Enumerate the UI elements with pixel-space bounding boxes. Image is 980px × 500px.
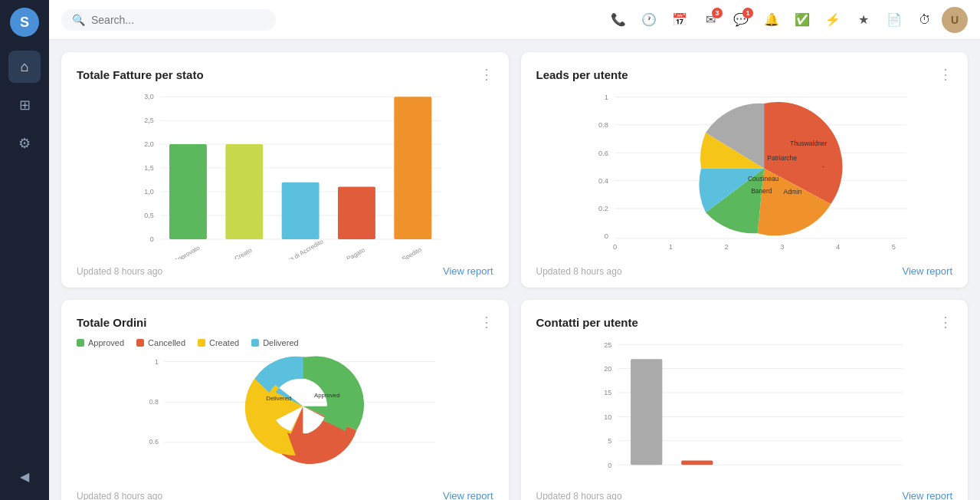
lightning-icon-btn[interactable]: ⚡ [819, 6, 847, 34]
widget-ordini: Totale Ordini ⋮ Approved Cancelled Creat… [61, 300, 509, 500]
timer-icon: ⏱ [919, 13, 931, 27]
widget-contatti-view-report[interactable]: View report [902, 490, 952, 500]
widget-leads-footer: Updated 8 hours ago View report [536, 265, 953, 277]
legend-approved-label: Approved [88, 338, 124, 347]
phone-icon: 📞 [611, 12, 626, 27]
svg-rect-18 [282, 183, 320, 239]
svg-text:Cousineau: Cousineau [747, 175, 778, 183]
legend-created-label: Created [209, 338, 239, 347]
sidebar-collapse-button[interactable]: ◀ [8, 460, 41, 492]
widget-fatture-view-report[interactable]: View report [443, 265, 493, 277]
user-avatar[interactable]: U [942, 7, 968, 33]
svg-text:25: 25 [604, 341, 611, 349]
svg-rect-16 [225, 144, 263, 239]
widget-ordini-updated: Updated 8 hours ago [77, 491, 162, 501]
widget-fatture-updated: Updated 8 hours ago [77, 266, 162, 277]
legend-created-dot [198, 339, 205, 347]
history-icon: 🕐 [641, 12, 657, 27]
widget-ordini-footer: Updated 8 hours ago View report [77, 490, 493, 500]
topbar: 🔍 📞 🕐 📅 ✉ 3 💬 1 🔔 [49, 0, 980, 40]
svg-text:Spedito: Spedito [401, 246, 423, 259]
legend-cancelled: Cancelled [136, 338, 185, 347]
star-icon-btn[interactable]: ★ [850, 6, 877, 34]
svg-text:Patriarche: Patriarche [767, 154, 797, 162]
svg-text:0.6: 0.6 [149, 438, 159, 446]
svg-text:20: 20 [604, 365, 611, 373]
search-icon: 🔍 [72, 14, 85, 26]
widget-fatture-chart: 3,0 2,5 2,0 1,5 1,0 0,5 0 Approvato Crea… [77, 90, 493, 259]
search-box[interactable]: 🔍 [61, 9, 276, 31]
widget-contatti-header: Contatti per utente ⋮ [536, 314, 953, 331]
svg-text:1,0: 1,0 [144, 188, 153, 196]
chat-badge: 1 [742, 8, 753, 18]
widget-leads-chart: 1 0.8 0.6 0.4 0.2 0 0 1 2 3 4 5 [536, 90, 953, 259]
todo-icon: ✅ [795, 12, 810, 27]
phone-icon-btn[interactable]: 📞 [605, 6, 632, 34]
svg-text:5: 5 [891, 243, 895, 251]
svg-text:-: - [822, 163, 824, 170]
widget-contatti-updated: Updated 8 hours ago [536, 491, 622, 501]
sidebar-item-grid[interactable]: ⊞ [8, 89, 41, 121]
svg-text:0.2: 0.2 [598, 205, 608, 212]
mail-icon-btn[interactable]: ✉ 3 [696, 6, 724, 34]
svg-text:0.6: 0.6 [598, 150, 608, 157]
svg-text:2: 2 [724, 243, 728, 251]
todo-icon-btn[interactable]: ✅ [788, 6, 816, 34]
svg-text:2,0: 2,0 [144, 140, 153, 148]
svg-text:Delivered: Delivered [266, 395, 291, 402]
svg-text:5: 5 [608, 437, 611, 445]
star-icon: ★ [858, 12, 869, 27]
legend-delivered-dot [251, 339, 259, 347]
topbar-icons: 📞 🕐 📅 ✉ 3 💬 1 🔔 ✅ ⚡ [605, 6, 968, 34]
bell-icon-btn[interactable]: 🔔 [758, 6, 785, 34]
widget-contatti-menu-icon[interactable]: ⋮ [939, 314, 952, 331]
svg-text:15: 15 [604, 389, 611, 396]
legend-cancelled-dot [136, 339, 144, 347]
search-input[interactable] [91, 14, 244, 26]
svg-text:1: 1 [155, 358, 159, 366]
svg-text:Fattura di Accredito: Fattura di Accredito [274, 238, 325, 259]
svg-text:Approved: Approved [314, 392, 340, 399]
history-icon-btn[interactable]: 🕐 [635, 6, 663, 34]
svg-rect-22 [394, 97, 431, 239]
widget-leads-header: Leads per utente ⋮ [536, 66, 953, 83]
svg-text:3,0: 3,0 [144, 93, 153, 100]
lightning-icon: ⚡ [825, 12, 841, 27]
widget-leads-title: Leads per utente [536, 68, 628, 81]
widget-leads-view-report[interactable]: View report [902, 265, 952, 277]
chat-icon-btn[interactable]: 💬 1 [727, 6, 755, 34]
svg-text:Approvato: Approvato [173, 244, 202, 259]
calendar-icon-btn[interactable]: 📅 [666, 6, 693, 34]
svg-rect-20 [338, 186, 375, 238]
dashboard: Totale Fatture per stato ⋮ 3,0 2,5 2,0 [49, 40, 980, 500]
widget-ordini-view-report[interactable]: View report [443, 490, 493, 500]
svg-text:0,5: 0,5 [144, 212, 153, 219]
svg-text:4: 4 [836, 243, 840, 251]
svg-text:Pagato: Pagato [346, 246, 366, 259]
mail-badge: 3 [712, 8, 723, 18]
svg-text:Creato: Creato [234, 247, 254, 259]
sidebar-item-home[interactable]: ⌂ [8, 51, 41, 83]
svg-text:2,5: 2,5 [144, 117, 153, 124]
legend-approved-dot [77, 339, 84, 347]
widget-fatture-title: Totale Fatture per stato [77, 68, 204, 81]
sidebar-item-settings[interactable]: ⚙ [8, 127, 41, 160]
widget-leads: Leads per utente ⋮ 1 0.8 0.6 0.4 0.2 0 0… [521, 52, 969, 288]
app-logo[interactable]: S [10, 8, 39, 37]
widget-fatture: Totale Fatture per stato ⋮ 3,0 2,5 2,0 [61, 52, 509, 288]
widget-fatture-menu-icon[interactable]: ⋮ [480, 66, 493, 83]
timer-icon-btn[interactable]: ⏱ [911, 6, 939, 34]
widget-ordini-menu-icon[interactable]: ⋮ [480, 314, 493, 331]
svg-text:3: 3 [780, 243, 784, 251]
widget-fatture-footer: Updated 8 hours ago View report [77, 265, 493, 277]
file-icon-btn[interactable]: 📄 [880, 6, 908, 34]
svg-text:1: 1 [604, 94, 608, 101]
widget-leads-menu-icon[interactable]: ⋮ [939, 66, 952, 83]
widget-contatti: Contatti per utente ⋮ 25 20 15 10 [521, 300, 969, 500]
svg-text:Thuswaldner: Thuswaldner [789, 140, 827, 147]
widget-fatture-header: Totale Fatture per stato ⋮ [77, 66, 493, 83]
calendar-icon: 📅 [672, 12, 687, 27]
svg-text:1,5: 1,5 [144, 164, 153, 172]
svg-text:0: 0 [604, 232, 608, 240]
svg-rect-68 [631, 359, 662, 465]
